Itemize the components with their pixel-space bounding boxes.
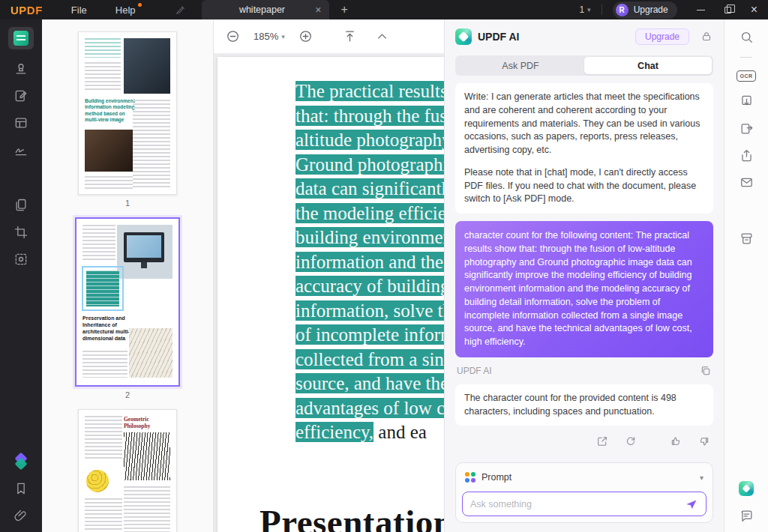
page-thumbnail-1[interactable]: Building environment information modelin…	[78, 31, 177, 195]
new-tab-button[interactable]: +	[341, 3, 348, 16]
zoom-out-icon[interactable]	[226, 29, 240, 43]
prompt-box: Prompt ▾	[455, 462, 713, 523]
ai-panel-title: UPDF AI	[478, 31, 519, 43]
document-viewport[interactable]: The practical results showthat: through …	[214, 54, 444, 532]
thumb-text-lines	[85, 498, 122, 532]
thumb-photo-monitor	[117, 225, 172, 279]
zoom-level[interactable]: 185%	[254, 31, 278, 42]
divider	[602, 4, 602, 15]
ai-panel-header: UPDF AI Upgrade	[445, 19, 724, 54]
doc-text-line: that: through the fusion of low-	[296, 104, 444, 129]
ask-input[interactable]	[470, 499, 682, 510]
restore-button[interactable]	[724, 7, 731, 13]
lock-icon[interactable]	[700, 30, 713, 43]
document-tab[interactable]: whitepaper ×	[202, 0, 329, 19]
extract-pages-icon[interactable]	[740, 94, 754, 109]
page-thumbnail-3[interactable]: Geometric Philosophy	[78, 409, 177, 532]
thumb-photo-sketch	[129, 328, 172, 378]
export-doc-icon[interactable]	[740, 121, 754, 136]
collapse-up-icon[interactable]	[375, 29, 389, 43]
menu-help[interactable]: Help	[116, 4, 136, 16]
regenerate-icon[interactable]	[625, 435, 637, 447]
left-toolbar	[0, 19, 42, 532]
thumb-text-lines	[133, 100, 170, 188]
capture-icon[interactable]	[14, 252, 28, 267]
page-number-1: 1	[125, 199, 130, 208]
avatar: R	[616, 4, 628, 16]
doc-text-line: information, solve the problem	[296, 299, 444, 324]
thumbs-down-icon[interactable]	[698, 435, 710, 447]
ask-input-wrap	[462, 492, 706, 516]
pen-tool-icon[interactable]	[175, 4, 187, 16]
thumb-text-lines	[85, 38, 121, 58]
attachment-icon[interactable]	[14, 508, 28, 523]
chevron-down-icon: ▾	[700, 474, 704, 482]
bookmark-icon[interactable]	[14, 481, 28, 496]
ocr-icon[interactable]: OCR	[736, 70, 755, 82]
tab-close-icon[interactable]: ×	[315, 4, 321, 16]
prompt-selector[interactable]: Prompt ▾	[462, 469, 706, 486]
right-toolbar: OCR	[724, 19, 768, 532]
tab-ask-pdf[interactable]: Ask PDF	[457, 57, 584, 74]
thumb-teal-callout	[82, 267, 123, 310]
ai-mode-tabs: Ask PDF Chat	[455, 55, 713, 76]
reply-meta-row: UPDF AI	[455, 365, 713, 377]
updf-ai-icon[interactable]	[739, 481, 754, 496]
thumbs-up-icon[interactable]	[670, 435, 682, 447]
ai-message-paragraph: Write: I can generate articles that meet…	[464, 91, 704, 157]
organize-pages-icon[interactable]	[14, 198, 28, 213]
thumb-photo	[85, 130, 133, 172]
page-thumbnail-2-selected[interactable]: Preservation and Inheritance of architec…	[75, 217, 180, 387]
reader-tool-active[interactable]	[8, 27, 34, 49]
thumb-heading: Geometric Philosophy	[124, 416, 170, 429]
thumb-heading: Building environment information modelin…	[85, 98, 137, 124]
doc-text-line: of incomplete information	[296, 323, 444, 348]
search-icon[interactable]	[740, 30, 754, 44]
thumb-photo	[124, 38, 170, 94]
reply-actions	[455, 433, 713, 450]
ai-upgrade-button[interactable]: Upgrade	[635, 28, 689, 45]
pdf-page[interactable]: The practical results showthat: through …	[218, 57, 444, 532]
layers-icon[interactable]	[14, 454, 28, 469]
scroll-to-top-icon[interactable]	[343, 29, 357, 43]
crop-icon[interactable]	[14, 225, 28, 240]
form-icon[interactable]	[14, 115, 28, 130]
doc-text-line: altitude photography and	[296, 128, 444, 153]
feedback-icon[interactable]	[740, 509, 754, 523]
tab-chat[interactable]: Chat	[584, 57, 712, 74]
help-notification-dot	[138, 3, 142, 7]
doc-text-line: source, and have the technical	[296, 372, 444, 396]
doc-text-line: advantages of low cost, high	[296, 396, 444, 421]
close-window-button[interactable]: ×	[751, 4, 758, 16]
doc-text-line: the modeling efficiency of	[296, 202, 444, 226]
mail-icon[interactable]	[740, 175, 754, 190]
minimize-button[interactable]	[697, 10, 705, 10]
prompt-label: Prompt	[482, 472, 512, 483]
stamp-icon[interactable]	[14, 61, 28, 76]
updf-ai-logo-icon	[455, 28, 472, 45]
export-icon[interactable]	[596, 435, 608, 447]
thumb-text-lines	[82, 225, 116, 262]
send-button[interactable]	[682, 495, 701, 513]
ai-reply: The character count for the provided con…	[455, 384, 713, 426]
archive-icon[interactable]	[740, 232, 754, 246]
caret-down-icon: ▾	[587, 6, 591, 13]
zoom-caret-icon[interactable]: ▾	[281, 33, 285, 40]
reader-icon	[14, 31, 28, 46]
ai-message: Write: I can generate articles that meet…	[455, 83, 713, 214]
thumb-text-lines	[85, 176, 133, 190]
prompt-icon	[465, 472, 476, 483]
thumb-text-lines	[82, 351, 128, 378]
menu-file[interactable]: File	[71, 4, 87, 16]
chat-messages[interactable]: Write: I can generate articles that meet…	[445, 76, 724, 458]
zoom-in-icon[interactable]	[298, 29, 313, 43]
edit-text-icon[interactable]	[14, 88, 28, 103]
thumb-text-lines	[85, 62, 121, 92]
share-icon[interactable]	[740, 148, 754, 163]
signature-icon[interactable]	[14, 142, 28, 157]
document-area: 185% ▾ The practical results showthat: t…	[214, 19, 444, 532]
copy-icon[interactable]	[700, 365, 712, 377]
window-counter[interactable]: 1▾	[579, 4, 590, 15]
thumb-text-lines	[85, 416, 122, 461]
upgrade-account-button[interactable]: R Upgrade	[613, 1, 677, 19]
